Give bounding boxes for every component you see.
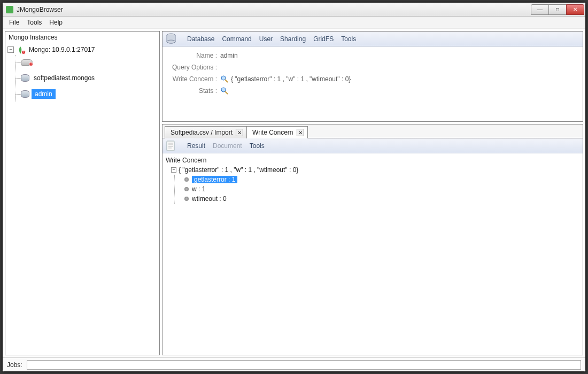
svg-point-2 [221, 76, 226, 80]
result-field-selected: getlasterror : 1 [192, 176, 237, 183]
prop-query-options: Query Options : [168, 61, 577, 73]
prop-stats-label: Stats : [168, 87, 217, 95]
right-pane: Database Command User Sharding GridFS To… [162, 31, 583, 355]
result-field-label: w : 1 [192, 185, 205, 193]
db-menu-database[interactable]: Database [187, 35, 214, 43]
tree-root[interactable]: − ! Mongo: 10.9.0.1:27017 [7, 44, 157, 55]
mongo-leaf-icon: ! [16, 46, 25, 53]
error-badge-icon: ! [29, 62, 33, 66]
db-menu-command[interactable]: Command [222, 35, 251, 43]
document-icon [166, 140, 177, 152]
bullet-icon [184, 197, 189, 201]
tab-import[interactable]: Softpedia.csv / Import ✕ [165, 126, 247, 138]
result-field-label: wtimeout : 0 [192, 195, 227, 202]
tab-label: Softpedia.csv / Import [171, 129, 233, 136]
bullet-icon [184, 177, 189, 182]
prop-name-value: admin [220, 52, 238, 59]
database-panel: Database Command User Sharding GridFS To… [162, 31, 583, 122]
server-icon: ! [21, 59, 33, 66]
result-field-row[interactable]: getlasterror : 1 [175, 175, 579, 184]
prop-stats: Stats : [168, 85, 577, 97]
window-buttons: — □ ✕ [531, 4, 584, 15]
result-summary-row[interactable]: − { "getlasterror" : 1 , "w" : 1 , "wtim… [166, 165, 579, 175]
result-menu-result[interactable]: Result [187, 142, 205, 150]
prop-name: Name : admin [168, 50, 577, 61]
prop-wc-label: Write Concern : [168, 75, 217, 83]
result-menu-document: Document [213, 142, 242, 150]
status-jobs-label: Jobs: [7, 361, 22, 369]
database-icon [21, 90, 29, 98]
svg-point-4 [221, 88, 226, 92]
prop-write-concern: Write Concern : { "getlasterror" : 1 , "… [168, 73, 577, 85]
db-menu-tools[interactable]: Tools [341, 35, 356, 43]
menu-bar: File Tools Help [3, 17, 585, 28]
collapse-icon[interactable]: − [171, 167, 176, 173]
result-toolbar: Result Document Tools [163, 138, 583, 153]
app-icon [6, 6, 13, 13]
magnifier-icon[interactable] [220, 75, 229, 83]
tab-close-icon[interactable]: ✕ [297, 129, 304, 136]
database-toolbar: Database Command User Sharding GridFS To… [163, 32, 583, 46]
svg-line-5 [225, 91, 228, 94]
tree-db-label-selected: admin [32, 89, 56, 99]
db-menu-gridfs[interactable]: GridFS [313, 35, 334, 43]
prop-query-label: Query Options : [168, 64, 217, 71]
bullet-icon [184, 187, 189, 191]
error-badge-icon: ! [21, 50, 26, 54]
result-field-row[interactable]: wtimeout : 0 [175, 194, 579, 204]
window-title: JMongoBrowser [17, 6, 531, 13]
menu-help[interactable]: Help [46, 18, 66, 27]
db-menu-user[interactable]: User [259, 35, 273, 43]
collapse-icon[interactable]: − [7, 46, 14, 53]
database-icon [21, 74, 29, 82]
status-jobs-field [27, 360, 581, 370]
maximize-button[interactable]: □ [548, 4, 567, 15]
instances-title: Mongo Instances [5, 32, 159, 43]
tab-write-concern[interactable]: Write Concern ✕ [246, 126, 307, 138]
tab-close-icon[interactable]: ✕ [236, 129, 243, 136]
db-menu-sharding[interactable]: Sharding [280, 35, 306, 43]
tree-db-label: softpediatest.mongos [32, 73, 97, 83]
result-field-row[interactable]: w : 1 [175, 184, 579, 194]
prop-wc-value: { "getlasterror" : 1 , "w" : 1 , "wtimeo… [231, 75, 351, 83]
tab-label: Write Concern [252, 129, 293, 136]
minimize-button[interactable]: — [531, 4, 549, 15]
svg-rect-6 [167, 141, 174, 151]
database-cylinder-icon [166, 33, 177, 45]
prop-name-label: Name : [168, 52, 217, 59]
title-bar: JMongoBrowser — □ ✕ [3, 3, 585, 17]
menu-file[interactable]: File [6, 18, 22, 27]
database-properties: Name : admin Query Options : Write Conce… [163, 46, 583, 100]
menu-tools[interactable]: Tools [24, 18, 45, 27]
close-button[interactable]: ✕ [566, 4, 584, 15]
result-tabs: Softpedia.csv / Import ✕ Write Concern ✕ [163, 124, 583, 138]
tree-root-label: Mongo: 10.9.0.1:27017 [27, 45, 97, 54]
work-area: Mongo Instances − ! Mongo: 10.9.0.1:2701… [3, 28, 585, 357]
status-bar: Jobs: [3, 357, 585, 371]
tree-db-softpediatest[interactable]: softpediatest.mongos [16, 70, 157, 86]
tree-server-node[interactable]: ! [16, 55, 157, 70]
magnifier-icon[interactable] [220, 87, 229, 95]
app-window: JMongoBrowser — □ ✕ File Tools Help Mong… [2, 2, 586, 372]
instances-pane: Mongo Instances − ! Mongo: 10.9.0.1:2701… [5, 31, 160, 355]
result-menu-tools[interactable]: Tools [250, 142, 265, 150]
tree-db-admin[interactable]: admin [16, 86, 157, 102]
results-panel: Softpedia.csv / Import ✕ Write Concern ✕… [162, 124, 583, 355]
instances-tree[interactable]: − ! Mongo: 10.9.0.1:27017 ! [5, 43, 159, 355]
result-tree[interactable]: Write Concern − { "getlasterror" : 1 , "… [163, 153, 583, 206]
svg-line-3 [225, 80, 228, 82]
result-summary: { "getlasterror" : 1 , "w" : 1 , "wtimeo… [179, 166, 298, 174]
result-root-label: Write Concern [166, 157, 206, 164]
result-root[interactable]: Write Concern [166, 155, 579, 165]
